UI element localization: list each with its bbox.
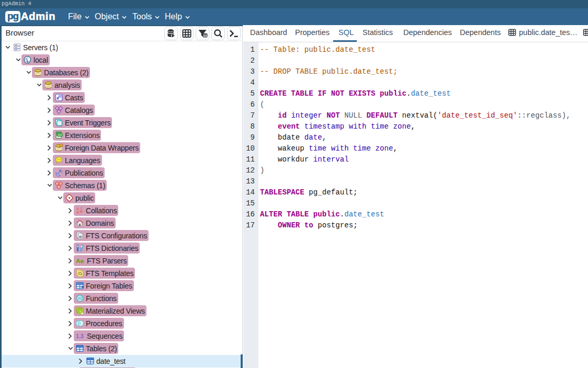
svg-text:B: B xyxy=(76,210,80,214)
svg-text:1.3: 1.3 xyxy=(76,333,84,339)
svg-text:Aa: Aa xyxy=(76,257,84,264)
